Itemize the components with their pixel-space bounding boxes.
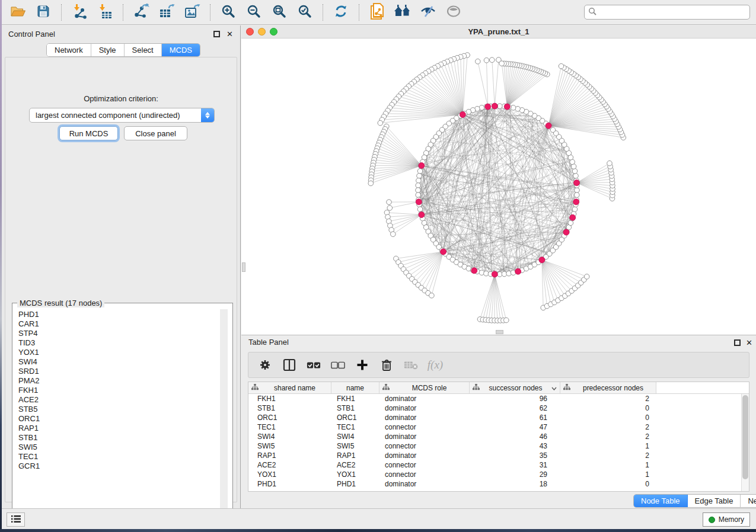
cell-predecessor-nodes[interactable]: 2: [560, 422, 656, 432]
close-panel-icon[interactable]: ✕: [227, 31, 233, 37]
refresh-view-button[interactable]: [331, 3, 351, 22]
cell-predecessor-nodes[interactable]: 2: [560, 432, 656, 441]
table-row[interactable]: ACE2ACE2connector311: [248, 460, 749, 470]
cell-mcds-role[interactable]: dominator: [379, 479, 470, 489]
cell-successor-nodes[interactable]: 47: [470, 422, 560, 432]
export-image-button[interactable]: [182, 3, 202, 22]
mcds-result-item[interactable]: SWI5: [13, 442, 222, 451]
tab-node-table[interactable]: Node Table: [634, 495, 688, 507]
cell-predecessor-nodes[interactable]: 1: [560, 441, 656, 451]
cell-predecessor-nodes[interactable]: 1: [560, 470, 656, 479]
cell-name[interactable]: PHD1: [331, 479, 379, 489]
cell-predecessor-nodes[interactable]: 1: [560, 460, 656, 470]
memory-button[interactable]: Memory: [703, 512, 750, 527]
table-row[interactable]: SWI4SWI4dominator462: [248, 432, 749, 441]
run-mcds-button[interactable]: Run MCDS: [59, 126, 118, 140]
mcds-result-item[interactable]: CAR1: [13, 319, 222, 328]
table-row[interactable]: ORC1ORC1dominator610: [248, 413, 749, 422]
cell-predecessor-nodes[interactable]: 2: [560, 394, 656, 403]
table-row[interactable]: STB1STB1dominator620: [248, 403, 749, 413]
delete-columns-icon[interactable]: [379, 358, 394, 372]
mcds-result-item[interactable]: TID3: [13, 338, 222, 347]
cell-shared-name[interactable]: STB1: [248, 403, 331, 413]
optimization-criterion-select[interactable]: largest connected component (undirected): [29, 108, 215, 123]
show-graphics-details-button[interactable]: [444, 3, 464, 22]
table-row[interactable]: PHD1PHD1dominator180: [248, 479, 749, 489]
tab-network-table[interactable]: Network Table: [741, 495, 756, 507]
cell-shared-name[interactable]: SWI5: [248, 441, 331, 451]
cell-successor-nodes[interactable]: 18: [470, 479, 560, 489]
cell-mcds-role[interactable]: connector: [379, 422, 470, 432]
hide-graphics-details-button[interactable]: [418, 3, 438, 22]
cell-predecessor-nodes[interactable]: 2: [560, 451, 656, 460]
cell-shared-name[interactable]: TEC1: [248, 422, 331, 432]
cell-successor-nodes[interactable]: 62: [470, 403, 560, 413]
cell-successor-nodes[interactable]: 43: [470, 441, 560, 451]
close-panel-button[interactable]: Close panel: [124, 126, 187, 140]
mcds-result-item[interactable]: FKH1: [13, 385, 222, 395]
node-table-scrollbar[interactable]: [741, 394, 749, 491]
mcds-result-item[interactable]: PHD1: [13, 309, 222, 319]
tab-mcds[interactable]: MCDS: [162, 44, 200, 56]
save-session-button[interactable]: [33, 3, 53, 22]
import-network-database-button[interactable]: [367, 3, 387, 22]
mcds-result-item[interactable]: RAP1: [13, 423, 222, 432]
column-header-successor-nodes[interactable]: successor nodes: [470, 382, 560, 393]
cell-predecessor-nodes[interactable]: 0: [560, 403, 656, 413]
cell-name[interactable]: STB1: [331, 403, 379, 413]
table-row[interactable]: RAP1RAP1dominator352: [248, 451, 749, 460]
table-row[interactable]: YOX1YOX1connector291: [248, 470, 749, 479]
home-button[interactable]: [393, 3, 413, 22]
cell-mcds-role[interactable]: connector: [379, 441, 470, 451]
cell-mcds-role[interactable]: dominator: [379, 394, 470, 403]
table-row[interactable]: TEC1TEC1connector472: [248, 422, 749, 432]
sort-chevron-icon[interactable]: [551, 384, 557, 392]
column-header-shared-name[interactable]: shared name: [248, 382, 331, 393]
tab-select[interactable]: Select: [125, 44, 162, 56]
mcds-result-item[interactable]: STP4: [13, 328, 222, 338]
cell-shared-name[interactable]: PHD1: [248, 479, 331, 489]
cell-name[interactable]: ACE2: [331, 460, 379, 470]
cell-shared-name[interactable]: YOX1: [248, 470, 331, 479]
float-panel-icon[interactable]: [734, 339, 741, 346]
column-header-mcds-role[interactable]: MCDS role: [379, 382, 470, 393]
show-columns-icon[interactable]: [282, 358, 296, 372]
cell-shared-name[interactable]: SWI4: [248, 432, 331, 441]
column-header-predecessor-nodes[interactable]: predecessor nodes: [560, 382, 656, 393]
zoom-fit-button[interactable]: [269, 3, 289, 22]
mcds-result-item[interactable]: SWI4: [13, 357, 222, 366]
horizontal-splitter-handle[interactable]: [496, 330, 503, 334]
cell-successor-nodes[interactable]: 31: [470, 460, 560, 470]
tab-edge-table[interactable]: Edge Table: [688, 495, 741, 507]
cell-successor-nodes[interactable]: 61: [470, 413, 560, 422]
float-panel-icon[interactable]: [213, 31, 220, 37]
mcds-result-scrollbar[interactable]: [220, 309, 228, 520]
mcds-result-item[interactable]: STB5: [13, 404, 222, 414]
tab-style[interactable]: Style: [91, 44, 125, 56]
cell-mcds-role[interactable]: dominator: [379, 451, 470, 460]
cell-name[interactable]: SWI5: [331, 441, 379, 451]
vertical-splitter-handle[interactable]: [242, 262, 245, 272]
cell-shared-name[interactable]: ORC1: [248, 413, 331, 422]
tab-network[interactable]: Network: [47, 44, 91, 56]
close-panel-icon[interactable]: ✕: [746, 339, 752, 346]
cell-name[interactable]: TEC1: [331, 422, 379, 432]
table-mode-gear-icon[interactable]: [258, 358, 272, 372]
mcds-result-item[interactable]: STB1: [13, 432, 222, 442]
table-row[interactable]: SWI5SWI5connector431: [248, 441, 749, 451]
cell-mcds-role[interactable]: dominator: [379, 432, 470, 441]
cell-name[interactable]: RAP1: [331, 451, 379, 460]
zoom-selected-button[interactable]: [295, 3, 315, 22]
cell-name[interactable]: FKH1: [331, 394, 379, 403]
network-canvas[interactable]: [241, 39, 756, 335]
cell-successor-nodes[interactable]: 35: [470, 451, 560, 460]
open-file-button[interactable]: [8, 3, 28, 22]
cell-successor-nodes[interactable]: 96: [470, 394, 560, 403]
column-header-name[interactable]: name: [331, 382, 379, 393]
cell-mcds-role[interactable]: connector: [379, 460, 470, 470]
mcds-result-item[interactable]: TEC1: [13, 451, 222, 461]
cell-shared-name[interactable]: RAP1: [248, 451, 331, 460]
cell-name[interactable]: YOX1: [331, 470, 379, 479]
cell-predecessor-nodes[interactable]: 0: [560, 479, 656, 489]
cell-mcds-role[interactable]: dominator: [379, 413, 470, 422]
